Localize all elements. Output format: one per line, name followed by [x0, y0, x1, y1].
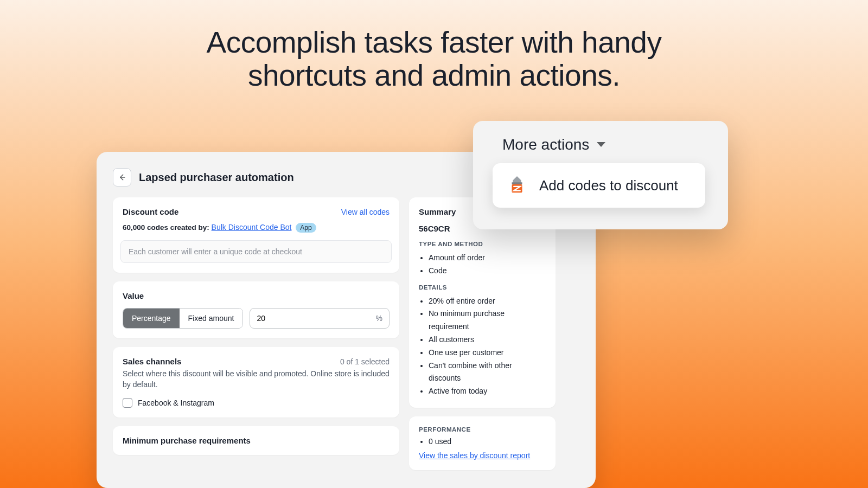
- list-item: No minimum purchase requirement: [429, 307, 546, 333]
- app-badge: App: [296, 223, 316, 233]
- chevron-down-icon: [596, 141, 607, 149]
- sales-channels-desc: Select where this discount will be visib…: [123, 368, 390, 390]
- performance-card: PERFORMANCE 0 used View the sales by dis…: [409, 416, 556, 470]
- discount-code-field: Each customer will enter a unique code a…: [120, 240, 392, 263]
- value-suffix: %: [376, 314, 382, 323]
- list-item: Can't combine with other discounts: [429, 359, 546, 386]
- value-title: Value: [123, 291, 390, 300]
- svg-rect-0: [512, 182, 522, 184]
- list-item: 0 used: [429, 437, 546, 446]
- discount-code-title: Discount code: [123, 207, 178, 216]
- add-codes-item[interactable]: Add codes to discount: [539, 177, 678, 194]
- sales-channels-title: Sales channels: [123, 357, 181, 366]
- details-label: DETAILS: [419, 284, 546, 291]
- percentage-button[interactable]: Percentage: [123, 309, 180, 328]
- page-title: Lapsed purchaser automation: [139, 171, 294, 184]
- more-actions-popover: More actions Add codes to discount: [473, 121, 728, 229]
- list-item: 20% off entire order: [429, 295, 546, 308]
- facebook-instagram-label: Facebook & Instagram: [138, 399, 214, 407]
- more-actions-label: More actions: [502, 136, 589, 153]
- fixed-amount-button[interactable]: Fixed amount: [180, 309, 243, 328]
- bot-icon: [507, 175, 527, 196]
- more-actions-button[interactable]: More actions: [502, 136, 705, 153]
- min-purchase-title: Minimum purchase requirements: [123, 436, 390, 445]
- min-purchase-card: Minimum purchase requirements: [113, 426, 399, 455]
- facebook-instagram-checkbox[interactable]: [123, 398, 132, 408]
- value-input[interactable]: [257, 309, 375, 328]
- value-card: Value Percentage Fixed amount %: [113, 281, 399, 338]
- creator-link[interactable]: Bulk Discount Code Bot: [212, 223, 292, 232]
- discount-code-card: Discount code View all codes 60,000 code…: [113, 197, 399, 273]
- list-item: One use per customer: [429, 346, 546, 359]
- hero-title: Accomplish tasks faster with handy short…: [0, 0, 868, 92]
- sales-channel-row: Facebook & Instagram: [123, 398, 390, 408]
- type-method-label: TYPE AND METHOD: [419, 241, 546, 247]
- arrow-left-icon: [118, 173, 126, 182]
- performance-label: PERFORMANCE: [419, 426, 546, 433]
- list-item: Code: [429, 265, 546, 278]
- list-item: Active from today: [429, 385, 546, 398]
- view-all-codes-link[interactable]: View all codes: [341, 208, 390, 216]
- back-button[interactable]: [113, 168, 131, 187]
- sales-channels-selected: 0 of 1 selected: [340, 357, 390, 366]
- sales-channels-card: Sales channels 0 of 1 selected Select wh…: [113, 347, 399, 418]
- codes-created-by: 60,000 codes created by: Bulk Discount C…: [123, 223, 390, 233]
- value-type-segmented: Percentage Fixed amount: [123, 308, 243, 329]
- list-item: All customers: [429, 333, 546, 346]
- list-item: Amount off order: [429, 252, 546, 265]
- dropdown-menu: Add codes to discount: [493, 163, 705, 208]
- sales-report-link[interactable]: View the sales by discount report: [419, 451, 530, 460]
- value-input-wrap: %: [250, 308, 390, 329]
